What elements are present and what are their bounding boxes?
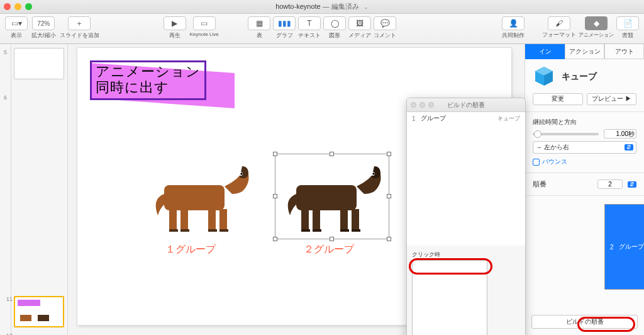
resize-handle[interactable] — [330, 237, 334, 241]
brush-icon: 🖌 — [555, 19, 563, 28]
window-titlebar: howto-keynote — 編集済み ⌄ — [0, 0, 644, 14]
window-traffic-lights — [4, 3, 32, 10]
select-arrow-icon: ⇵ — [625, 144, 633, 150]
svg-rect-3 — [208, 209, 216, 230]
shape-icon: ◯ — [331, 19, 339, 28]
text-icon: T — [307, 19, 311, 28]
inspector-panel: イン アクション アウト キューブ 変更 プレビュー ▶ 継続時間と方向 — [525, 44, 644, 335]
build-row-num: 2 — [610, 244, 619, 251]
caption-2[interactable]: ２グループ — [304, 243, 354, 256]
slide-number-marker: 5 — [4, 49, 7, 55]
checkbox-icon[interactable] — [533, 159, 540, 166]
resize-handle[interactable] — [273, 152, 277, 156]
svg-rect-7 — [208, 229, 217, 232]
change-effect-button[interactable]: 変更 — [533, 93, 583, 105]
shape-label: 図形 — [329, 31, 340, 40]
view-label: 表示 — [11, 31, 22, 40]
media-icon: 🖼 — [356, 19, 364, 28]
share-label: 共同制作 — [502, 31, 525, 40]
order-field[interactable] — [597, 179, 623, 189]
keynote-live-label: Keynote Live — [190, 31, 219, 37]
headline-line1: アニメーション — [96, 64, 201, 79]
resize-handle[interactable] — [273, 194, 277, 198]
preview-effect-button[interactable]: プレビュー ▶ — [587, 93, 637, 105]
chart-button[interactable]: ▮▮▮ グラフ — [273, 16, 296, 40]
format-button[interactable]: 🖌 フォーマット — [542, 16, 576, 40]
view-icon: ▭▾ — [11, 19, 22, 28]
resize-handle[interactable] — [387, 152, 391, 156]
selection-box[interactable] — [275, 154, 389, 239]
build-row-selected[interactable]: 2 グループ キューブ — [604, 204, 644, 290]
build-order-button[interactable]: ビルドの順番 — [531, 315, 638, 329]
play-label: 再生 — [169, 31, 180, 40]
document-button[interactable]: 📄 書類 — [616, 16, 639, 40]
media-button[interactable]: 🖼 メディア — [348, 16, 371, 40]
shape-button[interactable]: ◯ 図形 — [323, 16, 346, 40]
share-icon: 👤 — [509, 19, 518, 28]
close-window[interactable] — [4, 3, 11, 10]
slide-thumbnail[interactable] — [14, 48, 64, 79]
build-row[interactable]: 1 グループ キューブ — [407, 112, 525, 125]
stepper-icon[interactable]: ⇵ — [628, 181, 636, 188]
popover-titlebar[interactable]: ビルドの順番 — [407, 98, 525, 112]
svg-rect-1 — [169, 209, 177, 230]
resize-handle[interactable] — [387, 237, 391, 241]
effect-name: キューブ — [562, 71, 597, 82]
start-label: クリック時 — [412, 251, 487, 259]
caption-1[interactable]: １グループ — [165, 243, 216, 256]
resize-handle[interactable] — [387, 194, 391, 198]
document-name: howto-keynote — [275, 3, 321, 10]
add-slide-label: スライドを追加 — [60, 31, 99, 40]
play-button[interactable]: ▶ 再生 — [164, 16, 186, 40]
title-group[interactable]: アニメーション 同時に出す — [90, 60, 206, 100]
build-list[interactable]: 1 グループ キューブ 2 グループ キューブ — [407, 112, 525, 246]
text-button[interactable]: T テキスト — [298, 16, 321, 40]
zoom-button[interactable]: 72% 拡大/縮小 — [31, 16, 56, 40]
start-select-open[interactable]: ビルド1と同時 ビルド1の後 — [412, 260, 487, 335]
text-label: テキスト — [298, 31, 321, 40]
animate-icon: ◆ — [594, 19, 599, 28]
resize-handle[interactable] — [273, 237, 277, 241]
zoom-value: 72% — [37, 20, 50, 27]
build-order-popover: ビルドの順番 1 グループ キューブ 2 グループ キューブ クリック時 ビルド… — [406, 98, 526, 335]
order-label: 順番 — [533, 179, 547, 189]
tab-in[interactable]: イン — [525, 44, 565, 59]
toolbar: ▭▾ 表示 72% 拡大/縮小 ＋ スライドを追加 ▶ 再生 ▭ Keynote… — [0, 14, 644, 44]
slide-navigator[interactable]: 11 12 — [11, 44, 68, 335]
maximize-window[interactable] — [25, 3, 32, 10]
slide-number: 12 — [6, 332, 13, 335]
direction-select[interactable]: → 左から右 ⇵ — [533, 141, 636, 154]
add-slide-button[interactable]: ＋ スライドを追加 — [60, 16, 99, 40]
view-button[interactable]: ▭▾ 表示 — [5, 16, 28, 40]
keynote-live-button[interactable]: ▭ Keynote Live — [190, 16, 219, 37]
comment-icon: 💬 — [380, 19, 390, 28]
dog-group-1[interactable] — [147, 155, 253, 238]
animate-button[interactable]: ◆ アニメーション — [579, 16, 614, 40]
build-row-name: グループ — [619, 242, 644, 251]
tab-action[interactable]: アクション — [565, 44, 604, 59]
ruler-sidebar: 5 6 — [0, 44, 11, 335]
comment-label: コメント — [374, 31, 396, 40]
tab-out[interactable]: アウト — [604, 44, 644, 59]
format-label: フォーマット — [542, 31, 576, 39]
slide-thumbnail-current[interactable] — [14, 296, 64, 327]
headline-text[interactable]: アニメーション 同時に出す — [90, 60, 206, 100]
comment-button[interactable]: 💬 コメント — [374, 16, 396, 40]
duration-field[interactable] — [604, 129, 636, 139]
minimize-window[interactable] — [14, 3, 21, 10]
build-row-effect: キューブ — [497, 115, 520, 123]
title-chevron-icon: ⌄ — [364, 4, 369, 10]
direction-value: 左から右 — [544, 144, 569, 150]
resize-handle[interactable] — [330, 152, 334, 156]
chart-icon: ▮▮▮ — [278, 19, 291, 28]
duration-label: 継続時間と方向 — [533, 118, 636, 127]
popover-title: ビルドの順番 — [447, 101, 485, 110]
table-button[interactable]: ▦ 表 — [248, 16, 270, 40]
share-button[interactable]: 👤 共同制作 — [502, 16, 525, 40]
build-row-num: 1 — [412, 115, 421, 122]
keynote-live-icon: ▭ — [201, 19, 208, 28]
svg-rect-8 — [219, 229, 228, 232]
headline-line2: 同時に出す — [96, 79, 169, 95]
svg-rect-2 — [180, 209, 188, 230]
duration-slider[interactable] — [533, 133, 599, 135]
